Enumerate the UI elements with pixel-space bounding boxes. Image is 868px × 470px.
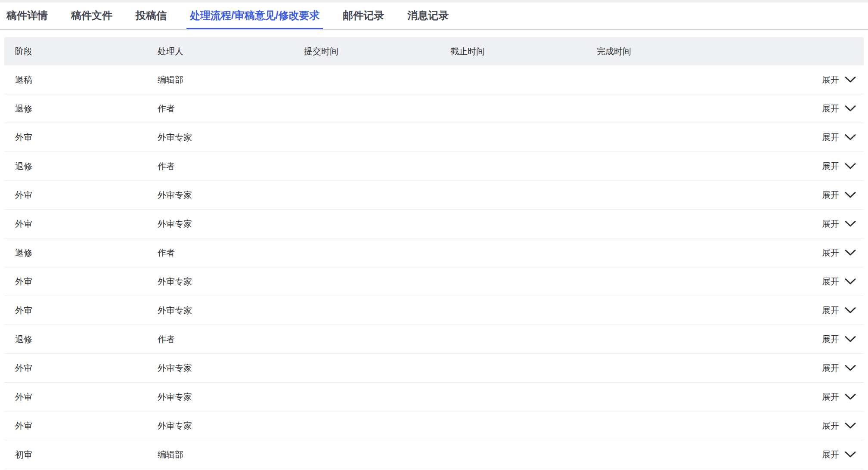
expand-cell: 展开 [822, 420, 864, 432]
tab-email-records[interactable]: 邮件记录 [339, 3, 388, 29]
column-header-handler: 处理人 [158, 46, 304, 57]
chevron-down-icon [845, 76, 856, 83]
table-row: 退稿编辑部展开 [4, 65, 864, 94]
tab-message-records[interactable]: 消息记录 [404, 3, 452, 29]
cell-stage: 外审 [15, 132, 158, 143]
expand-button[interactable]: 展开 [822, 449, 864, 461]
expand-cell: 展开 [822, 189, 864, 201]
chevron-down-icon [845, 105, 856, 112]
chevron-down-icon [845, 307, 856, 314]
cell-stage: 外审 [15, 362, 158, 374]
expand-label: 展开 [822, 103, 839, 114]
expand-cell: 展开 [822, 247, 864, 259]
cell-handler: 外审专家 [158, 420, 304, 432]
cell-handler: 外审专家 [158, 276, 304, 288]
chevron-down-icon [845, 192, 856, 198]
table-row: 外审外审专家展开 [4, 267, 864, 296]
table-row: 外审外审专家展开 [4, 383, 864, 411]
cell-stage: 退修 [15, 161, 158, 172]
expand-button[interactable]: 展开 [822, 305, 864, 316]
cell-handler: 作者 [158, 334, 304, 345]
cell-handler: 作者 [158, 247, 304, 259]
cell-handler: 编辑部 [158, 74, 304, 86]
expand-label: 展开 [822, 449, 839, 461]
tab-process-review-revision[interactable]: 处理流程/审稿意见/修改要求 [186, 3, 323, 29]
expand-button[interactable]: 展开 [822, 161, 864, 172]
table-row: 初审编辑部展开 [4, 440, 864, 469]
expand-button[interactable]: 展开 [822, 103, 864, 114]
expand-label: 展开 [822, 420, 839, 432]
cell-stage: 外审 [15, 189, 158, 201]
chevron-down-icon [845, 249, 856, 256]
column-header-deadline: 截止时间 [450, 46, 597, 57]
cell-handler: 作者 [158, 103, 304, 114]
cell-stage: 退修 [15, 334, 158, 345]
expand-cell: 展开 [822, 161, 864, 172]
table-row: 外审外审专家展开 [4, 411, 864, 440]
table-row: 外审外审专家展开 [4, 354, 864, 383]
expand-button[interactable]: 展开 [822, 276, 864, 288]
chevron-down-icon [845, 422, 856, 429]
table-header-row: 阶段处理人提交时间截止时间完成时间 [4, 37, 864, 65]
expand-button[interactable]: 展开 [822, 420, 864, 432]
column-header-submit-time: 提交时间 [304, 46, 450, 57]
table-row: 退修作者展开 [4, 238, 864, 267]
table-body: 退稿编辑部展开退修作者展开外审外审专家展开退修作者展开外审外审专家展开外审外审专… [4, 65, 864, 469]
cell-handler: 编辑部 [158, 449, 304, 461]
tab-bar: 稿件详情稿件文件投稿信处理流程/审稿意见/修改要求邮件记录消息记录 [0, 3, 868, 30]
expand-cell: 展开 [822, 276, 864, 288]
expand-label: 展开 [822, 391, 839, 403]
expand-cell: 展开 [822, 218, 864, 230]
expand-cell: 展开 [822, 103, 864, 114]
expand-button[interactable]: 展开 [822, 189, 864, 201]
table-row: 外审外审专家展开 [4, 123, 864, 152]
expand-button[interactable]: 展开 [822, 218, 864, 230]
expand-button[interactable]: 展开 [822, 247, 864, 259]
expand-button[interactable]: 展开 [822, 391, 864, 403]
column-header-complete-time: 完成时间 [597, 46, 803, 57]
chevron-down-icon [845, 220, 856, 227]
expand-cell: 展开 [822, 74, 864, 86]
expand-button[interactable]: 展开 [822, 334, 864, 345]
cell-stage: 外审 [15, 276, 158, 288]
table-row: 退修作者展开 [4, 325, 864, 354]
table-row: 退修作者展开 [4, 94, 864, 123]
expand-label: 展开 [822, 247, 839, 259]
process-table: 阶段处理人提交时间截止时间完成时间 退稿编辑部展开退修作者展开外审外审专家展开退… [4, 37, 864, 469]
tab-manuscript-details[interactable]: 稿件详情 [3, 3, 51, 29]
expand-label: 展开 [822, 362, 839, 374]
expand-label: 展开 [822, 218, 839, 230]
table-row: 退修作者展开 [4, 152, 864, 181]
chevron-down-icon [845, 163, 856, 170]
chevron-down-icon [845, 393, 856, 400]
expand-label: 展开 [822, 189, 839, 201]
cell-handler: 外审专家 [158, 362, 304, 374]
expand-label: 展开 [822, 161, 839, 172]
expand-cell: 展开 [822, 334, 864, 345]
expand-label: 展开 [822, 132, 839, 143]
cell-stage: 退修 [15, 103, 158, 114]
table-row: 外审外审专家展开 [4, 296, 864, 325]
column-header-stage: 阶段 [15, 46, 158, 57]
chevron-down-icon [845, 451, 856, 458]
expand-cell: 展开 [822, 132, 864, 143]
cell-handler: 外审专家 [158, 132, 304, 143]
expand-cell: 展开 [822, 362, 864, 374]
cell-stage: 外审 [15, 218, 158, 230]
cell-handler: 作者 [158, 161, 304, 172]
expand-label: 展开 [822, 334, 839, 345]
chevron-down-icon [845, 134, 856, 141]
expand-cell: 展开 [822, 305, 864, 316]
expand-button[interactable]: 展开 [822, 74, 864, 86]
tab-manuscript-files[interactable]: 稿件文件 [68, 3, 116, 29]
expand-button[interactable]: 展开 [822, 132, 864, 143]
tab-cover-letter[interactable]: 投稿信 [132, 3, 170, 29]
expand-cell: 展开 [822, 449, 864, 461]
chevron-down-icon [845, 336, 856, 343]
table-row: 外审外审专家展开 [4, 181, 864, 210]
cell-handler: 外审专家 [158, 305, 304, 316]
expand-label: 展开 [822, 276, 839, 288]
cell-stage: 外审 [15, 391, 158, 403]
expand-cell: 展开 [822, 391, 864, 403]
expand-button[interactable]: 展开 [822, 362, 864, 374]
